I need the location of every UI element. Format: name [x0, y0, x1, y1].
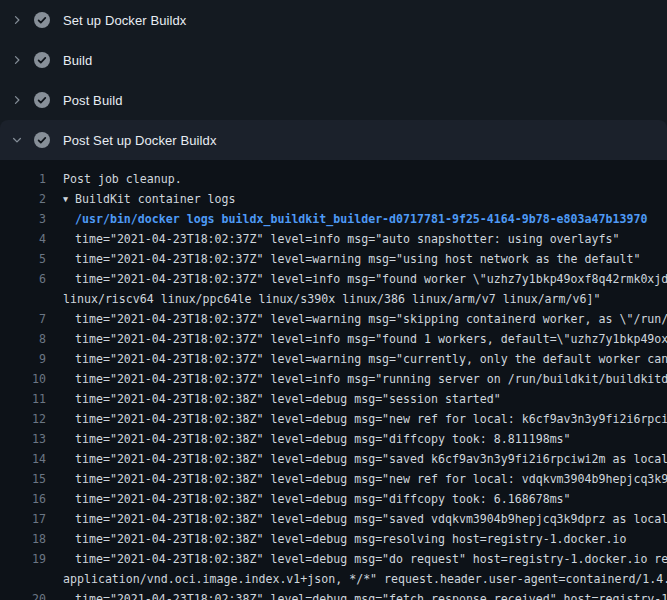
chevron-right-icon	[6, 12, 28, 28]
log-line: 5time="2021-04-23T18:02:37Z" level=warni…	[0, 249, 667, 269]
step-label: Build	[63, 53, 92, 68]
log-text: time="2021-04-23T18:02:38Z" level=debug …	[75, 412, 667, 426]
log-text: time="2021-04-23T18:02:37Z" level=warnin…	[75, 352, 667, 366]
log-text: time="2021-04-23T18:02:38Z" level=debug …	[75, 472, 667, 486]
log-line: 10time="2021-04-23T18:02:37Z" level=info…	[0, 369, 667, 389]
line-number[interactable]: 17	[0, 509, 46, 529]
log-line: 13time="2021-04-23T18:02:38Z" level=debu…	[0, 429, 667, 449]
log-line: 9time="2021-04-23T18:02:37Z" level=warni…	[0, 349, 667, 369]
chevron-down-icon	[6, 132, 28, 148]
line-number[interactable]: 18	[0, 529, 46, 549]
log-text: time="2021-04-23T18:02:38Z" level=debug …	[75, 432, 571, 446]
log-text: BuildKit container logs	[75, 192, 236, 206]
log-text: time="2021-04-23T18:02:37Z" level=info m…	[75, 232, 619, 246]
check-circle-icon	[34, 52, 50, 68]
log-line: 14time="2021-04-23T18:02:38Z" level=debu…	[0, 449, 667, 469]
line-number[interactable]: 4	[0, 229, 46, 249]
log-text: time="2021-04-23T18:02:38Z" level=debug …	[75, 532, 626, 546]
log-text: time="2021-04-23T18:02:38Z" level=debug …	[75, 512, 667, 526]
line-number[interactable]: 1	[0, 169, 46, 189]
line-number[interactable]: 10	[0, 369, 46, 389]
steps-list: Set up Docker BuildxBuildPost BuildPost …	[0, 0, 667, 160]
check-circle-icon	[34, 12, 50, 28]
chevron-right-icon	[6, 52, 28, 68]
line-number[interactable]: 7	[0, 309, 46, 329]
line-number[interactable]: 3	[0, 209, 46, 229]
log-text: time="2021-04-23T18:02:37Z" level=info m…	[75, 372, 667, 386]
log-line: 17time="2021-04-23T18:02:38Z" level=debu…	[0, 509, 667, 529]
line-number[interactable]: 8	[0, 329, 46, 349]
log-line: 15time="2021-04-23T18:02:38Z" level=debu…	[0, 469, 667, 489]
line-number[interactable]: 20	[0, 589, 46, 600]
check-circle-icon	[34, 132, 50, 148]
log-command-text: /usr/bin/docker logs buildx_buildkit_bui…	[75, 212, 647, 226]
log-viewer: 1Post job cleanup.2▼BuildKit container l…	[0, 160, 667, 600]
log-text: time="2021-04-23T18:02:38Z" level=debug …	[75, 452, 667, 466]
line-number[interactable]: 13	[0, 429, 46, 449]
line-number[interactable]: 12	[0, 409, 46, 429]
step-label: Post Set up Docker Buildx	[63, 133, 217, 148]
step-label: Set up Docker Buildx	[63, 13, 186, 28]
chevron-right-icon	[6, 92, 28, 108]
log-line: 1Post job cleanup.	[0, 169, 667, 189]
log-line: 12time="2021-04-23T18:02:38Z" level=debu…	[0, 409, 667, 429]
log-line: 11time="2021-04-23T18:02:38Z" level=debu…	[0, 389, 667, 409]
step-header-post-set-up-docker-buildx[interactable]: Post Set up Docker Buildx	[0, 120, 667, 160]
line-number[interactable]: 5	[0, 249, 46, 269]
line-number[interactable]: 9	[0, 349, 46, 369]
line-number[interactable]: 11	[0, 389, 46, 409]
log-text: time="2021-04-23T18:02:38Z" level=debug …	[75, 492, 571, 506]
log-line: 16time="2021-04-23T18:02:38Z" level=debu…	[0, 489, 667, 509]
line-number[interactable]: 2	[0, 189, 46, 209]
log-text: time="2021-04-23T18:02:38Z" level=debug …	[75, 392, 501, 406]
group-expander-icon[interactable]: ▼	[63, 189, 75, 209]
log-line-continuation: application/vnd.oci.image.index.v1+json,…	[0, 569, 667, 589]
log-text: time="2021-04-23T18:02:37Z" level=info m…	[75, 332, 667, 346]
step-header-set-up-docker-buildx[interactable]: Set up Docker Buildx	[0, 0, 667, 40]
log-text: linux/riscv64 linux/ppc64le linux/s390x …	[63, 292, 600, 306]
log-line: 6time="2021-04-23T18:02:37Z" level=info …	[0, 269, 667, 289]
log-text: Post job cleanup.	[63, 172, 182, 186]
line-number[interactable]: 16	[0, 489, 46, 509]
log-text: time="2021-04-23T18:02:37Z" level=warnin…	[75, 252, 640, 266]
log-line-continuation: linux/riscv64 linux/ppc64le linux/s390x …	[0, 289, 667, 309]
log-text: time="2021-04-23T18:02:37Z" level=warnin…	[75, 312, 667, 326]
log-line: 3/usr/bin/docker logs buildx_buildkit_bu…	[0, 209, 667, 229]
log-line: 2▼BuildKit container logs	[0, 189, 667, 209]
log-line: 7time="2021-04-23T18:02:37Z" level=warni…	[0, 309, 667, 329]
log-line: 8time="2021-04-23T18:02:37Z" level=info …	[0, 329, 667, 349]
line-number[interactable]: 6	[0, 269, 46, 289]
line-number[interactable]: 19	[0, 549, 46, 569]
log-text: time="2021-04-23T18:02:38Z" level=debug …	[75, 552, 667, 566]
line-number[interactable]: 15	[0, 469, 46, 489]
log-line: 18time="2021-04-23T18:02:38Z" level=debu…	[0, 529, 667, 549]
log-text: time="2021-04-23T18:02:38Z" level=debug …	[75, 592, 667, 600]
step-header-build[interactable]: Build	[0, 40, 667, 80]
line-number[interactable]: 14	[0, 449, 46, 469]
check-circle-icon	[34, 92, 50, 108]
log-text: application/vnd.oci.image.index.v1+json,…	[63, 572, 667, 586]
step-header-post-build[interactable]: Post Build	[0, 80, 667, 120]
log-line: 19time="2021-04-23T18:02:38Z" level=debu…	[0, 549, 667, 569]
step-label: Post Build	[63, 93, 123, 108]
log-line: 4time="2021-04-23T18:02:37Z" level=info …	[0, 229, 667, 249]
log-line: 20time="2021-04-23T18:02:38Z" level=debu…	[0, 589, 667, 600]
line-number	[0, 289, 46, 309]
log-text: time="2021-04-23T18:02:37Z" level=info m…	[75, 272, 667, 286]
line-number	[0, 569, 46, 589]
